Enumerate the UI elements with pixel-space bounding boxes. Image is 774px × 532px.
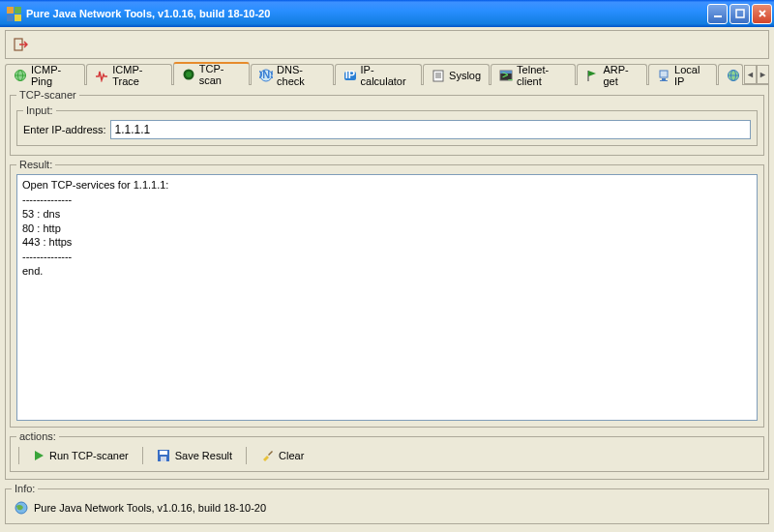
tab-label: ARP-get [603,64,639,87]
input-legend: Input: [23,104,56,116]
maximize-button[interactable] [729,4,750,24]
actions-group: actions: Run TCP-scaner Save Result Clea… [10,430,764,472]
run-button[interactable]: Run TCP-scaner [25,447,136,464]
input-group: Input: Enter IP-address: [16,104,758,146]
svg-rect-20 [660,71,668,77]
actions-legend: actions: [16,430,59,442]
tab-dns-check[interactable]: DNSDNS-check [251,64,333,85]
tab-scroll-left[interactable]: ◄ [744,65,757,84]
run-label: Run TCP-scaner [49,450,129,461]
clear-label: Clear [279,450,304,461]
separator [18,447,19,464]
svg-rect-1 [736,10,744,17]
exit-button[interactable] [8,33,33,56]
brush-icon [260,449,274,462]
window-title: Pure Java Network Tools, v1.0.16, build … [26,8,270,19]
svg-text:>_: >_ [502,69,513,80]
tab-ip-calculator[interactable]: IPIP-calculator [335,64,423,85]
tab-label: Syslog [449,70,481,81]
globe-icon [727,69,740,82]
result-group: Result: Open TCP-services for 1.1.1.1: -… [10,159,764,428]
close-button[interactable] [752,4,772,24]
tab-syslog[interactable]: Syslog [423,64,490,85]
exit-icon [13,37,28,52]
tab-content: TCP-scaner Input: Enter IP-address: Resu… [5,84,769,480]
tab-overflow[interactable] [718,64,743,85]
term-icon: >_ [499,69,513,82]
save-label: Save Result [175,450,232,461]
tab-label: DNS-check [277,64,324,87]
tab-local-ip[interactable]: Local IP [648,64,717,85]
tab-label: ICMP-Trace [112,64,163,87]
tab-label: ICMP-Ping [31,64,76,87]
svg-rect-28 [161,457,166,461]
clear-button[interactable]: Clear [253,446,312,465]
info-group: Info: Pure Java Network Tools, v1.0.16, … [5,483,769,524]
tab-tcp-scan[interactable]: TCP-scan [173,62,250,85]
host-icon [657,69,670,82]
tab-icmp-trace[interactable]: ICMP-Trace [86,64,171,85]
titlebar: Pure Java Network Tools, v1.0.16, build … [0,0,774,27]
result-legend: Result: [16,159,55,170]
svg-point-7 [186,72,192,77]
tcp-scanner-group: TCP-scaner Input: Enter IP-address: [10,89,764,156]
tab-arp-get[interactable]: ARP-get [577,64,647,85]
tcp-scanner-legend: TCP-scaner [16,89,79,101]
svg-rect-27 [160,451,167,455]
minimize-button[interactable] [707,4,728,24]
tab-icmp-ping[interactable]: ICMP-Ping [5,64,85,85]
svg-rect-21 [662,78,666,80]
log-icon [432,69,445,82]
tab-label: Telnet-client [517,64,567,87]
tab-bar: ICMP-PingICMP-TraceTCP-scanDNSDNS-checkI… [5,61,769,84]
ip-icon: IP [343,69,357,82]
info-text: Pure Java Network Tools, v1.0.16, build … [34,502,266,514]
dot-icon [182,68,195,81]
separator [246,447,247,464]
separator [142,447,143,464]
flag-icon [585,69,599,82]
ip-input[interactable] [110,120,751,139]
svg-rect-22 [660,80,668,81]
pulse-icon [95,69,108,82]
tab-label: Local IP [674,64,708,87]
globe-icon [14,69,27,82]
dns-icon: DNS [259,69,273,82]
tab-telnet-client[interactable]: >_Telnet-client [491,64,576,85]
tab-label: IP-calculator [361,64,414,87]
tab-label: TCP-scan [199,63,241,86]
info-legend: Info: [12,483,38,494]
svg-rect-0 [714,15,722,17]
play-icon [33,450,45,461]
main-toolbar [5,30,769,59]
svg-text:DNS: DNS [259,69,273,80]
save-icon [157,449,170,462]
save-button[interactable]: Save Result [149,446,240,465]
ip-input-label: Enter IP-address: [23,124,106,135]
result-textarea[interactable]: Open TCP-services for 1.1.1.1: ---------… [16,174,758,421]
svg-text:IP: IP [344,69,354,80]
globe-icon [14,500,29,516]
tab-scroll-right[interactable]: ► [757,65,769,84]
app-icon [6,6,21,21]
